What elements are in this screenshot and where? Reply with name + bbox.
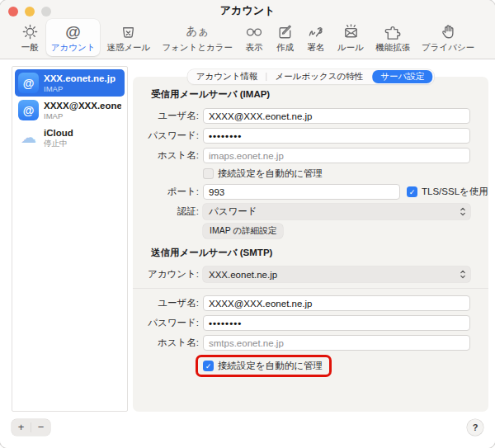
extensions-icon: [384, 21, 403, 42]
add-account-button[interactable]: +: [12, 419, 31, 436]
imap-auth-label: 認証:: [146, 205, 199, 218]
gear-icon: [21, 21, 40, 42]
smtp-password-input[interactable]: [203, 315, 470, 331]
imap-host-row: ホスト名:: [146, 148, 470, 163]
toolbar-label: アカウント: [51, 42, 96, 54]
toolbar-item-privacy[interactable]: プライバシー: [417, 19, 479, 56]
toolbar-item-composing[interactable]: 作成: [271, 19, 299, 56]
account-name: iCloud: [44, 127, 73, 139]
mail-account-icon: @: [18, 73, 39, 93]
imap-auto-manage-row: 接続設定を自動的に管理: [203, 167, 470, 180]
tab-server-settings[interactable]: サーバ設定: [372, 70, 432, 83]
smtp-section-header: 送信用メールサーバ (SMTP): [151, 247, 470, 259]
smtp-host-label: ホスト名:: [146, 337, 199, 349]
imap-username-row: ユーザ名:: [146, 108, 470, 124]
tls-label: TLS/SSLを使用: [422, 186, 488, 198]
icloud-cloud-icon: ☁: [18, 127, 39, 148]
toolbar-label: 作成: [276, 42, 294, 54]
tab-account-info[interactable]: アカウント情報: [188, 71, 266, 83]
imap-username-input[interactable]: [203, 108, 470, 124]
toolbar-label: 表示: [246, 42, 263, 54]
smtp-account-popup[interactable]: XXX.eonet.ne.jp: [203, 266, 470, 282]
add-remove-account-control: + −: [12, 419, 50, 436]
imap-advanced-settings-button[interactable]: IMAP の詳細設定: [203, 224, 283, 238]
toolbar-label: 機能拡張: [375, 42, 410, 54]
account-type: IMAP: [44, 84, 116, 93]
imap-auth-popup[interactable]: パスワード: [203, 204, 470, 219]
imap-advanced-row: IMAP の詳細設定: [203, 224, 470, 238]
imap-auth-value: パスワード: [209, 205, 257, 218]
account-row-icloud[interactable]: ☁ iCloud 停止中: [15, 124, 125, 151]
imap-auto-manage-label: 接続設定を自動的に管理: [218, 167, 323, 180]
server-settings-panel: アカウント情報 メールボックスの特性 サーバ設定 受信用メールサーバ (IMAP…: [133, 77, 488, 412]
section-divider: [133, 288, 488, 289]
toolbar-item-accounts[interactable]: @ アカウント: [46, 19, 101, 56]
smtp-auto-manage-row: ✓ 接続設定を自動的に管理: [146, 355, 470, 377]
toolbar-label: 署名: [308, 42, 325, 54]
at-icon: @: [65, 21, 81, 42]
smtp-auto-manage-checkbox[interactable]: ✓: [203, 361, 214, 371]
smtp-account-value: XXX.eonet.ne.jp: [209, 270, 277, 280]
toolbar-label: 一般: [21, 42, 39, 54]
privacy-hand-icon: [439, 21, 458, 42]
imap-username-label: ユーザ名:: [146, 110, 199, 122]
chevron-up-down-icon: [460, 269, 466, 280]
smtp-hostname-input[interactable]: [203, 335, 470, 351]
imap-port-input[interactable]: [203, 184, 400, 200]
signature-icon: [306, 21, 326, 42]
account-type: IMAP: [44, 111, 121, 120]
toolbar-item-general[interactable]: 一般: [16, 19, 45, 56]
smtp-auto-manage-label: 接続設定を自動的に管理: [218, 360, 323, 372]
toolbar-label: フォントとカラー: [162, 42, 233, 54]
fonts-colors-icon: あぁ: [186, 21, 209, 42]
chevron-up-down-icon: [460, 206, 466, 217]
account-row-eonet[interactable]: @ XXX.eonet.ne.jp IMAP: [15, 69, 125, 97]
account-row-eonet-2[interactable]: @ XXXX@XXX.eone... IMAP: [15, 97, 125, 124]
toolbar-label: ルール: [337, 42, 364, 54]
smtp-account-label: アカウント:: [146, 268, 199, 281]
imap-password-row: パスワード:: [146, 128, 470, 144]
mail-account-icon: @: [18, 100, 39, 120]
smtp-account-row: アカウント: XXX.eonet.ne.jp: [146, 266, 470, 282]
rules-icon: [342, 21, 361, 42]
window-title: アカウント: [0, 3, 495, 18]
tls-group: ✓ TLS/SSLを使用: [400, 186, 488, 198]
smtp-username-label: ユーザ名:: [146, 297, 199, 309]
highlight-annotation-box: ✓ 接続設定を自動的に管理: [196, 355, 332, 377]
glasses-icon: [244, 21, 264, 42]
smtp-password-row: パスワード:: [146, 315, 470, 331]
imap-host-label: ホスト名:: [146, 149, 199, 162]
imap-auto-manage-checkbox[interactable]: [203, 168, 214, 179]
toolbar-item-signatures[interactable]: 署名: [301, 19, 331, 56]
imap-password-input[interactable]: [203, 128, 470, 144]
smtp-username-row: ユーザ名:: [146, 295, 470, 311]
toolbar-item-fonts-colors[interactable]: あぁ フォントとカラー: [157, 19, 238, 56]
title-toolbar-area: アカウント 一般 @ アカウント: [0, 0, 495, 59]
mail-preferences-window: アカウント 一般 @ アカウント: [0, 0, 495, 448]
smtp-username-input[interactable]: [203, 295, 470, 311]
imap-port-row: ポート: ✓ TLS/SSLを使用: [146, 184, 470, 200]
imap-hostname-input[interactable]: [203, 148, 470, 163]
account-tabs: アカウント情報 メールボックスの特性 サーバ設定: [187, 69, 434, 84]
toolbar-item-extensions[interactable]: 機能拡張: [370, 19, 415, 56]
toolbar-label: 迷惑メール: [106, 42, 150, 54]
junk-mail-icon: [119, 21, 138, 42]
accounts-sidebar: @ XXX.eonet.ne.jp IMAP @ XXXX@XXX.eone..…: [12, 66, 128, 412]
toolbar-item-rules[interactable]: ルール: [332, 19, 369, 56]
account-name: XXXX@XXX.eone...: [44, 100, 121, 111]
smtp-host-row: ホスト名:: [146, 335, 470, 351]
help-button[interactable]: ?: [467, 419, 483, 436]
toolbar-item-viewing[interactable]: 表示: [239, 19, 269, 56]
preferences-toolbar: 一般 @ アカウント 迷惑メール あぁ フォントとカラー: [0, 19, 495, 56]
tab-mailbox-behaviors[interactable]: メールボックスの特性: [267, 71, 372, 83]
remove-account-button[interactable]: −: [31, 419, 50, 436]
smtp-password-label: パスワード:: [146, 317, 199, 329]
account-status: 停止中: [44, 139, 73, 148]
account-name: XXX.eonet.ne.jp: [44, 73, 116, 84]
tls-checkbox[interactable]: ✓: [407, 186, 417, 197]
imap-port-label: ポート:: [146, 186, 199, 198]
toolbar-label: プライバシー: [422, 42, 474, 54]
imap-section-header: 受信用メールサーバ (IMAP): [151, 88, 470, 101]
imap-password-label: パスワード:: [146, 130, 199, 142]
toolbar-item-junk-mail[interactable]: 迷惑メール: [101, 19, 155, 56]
